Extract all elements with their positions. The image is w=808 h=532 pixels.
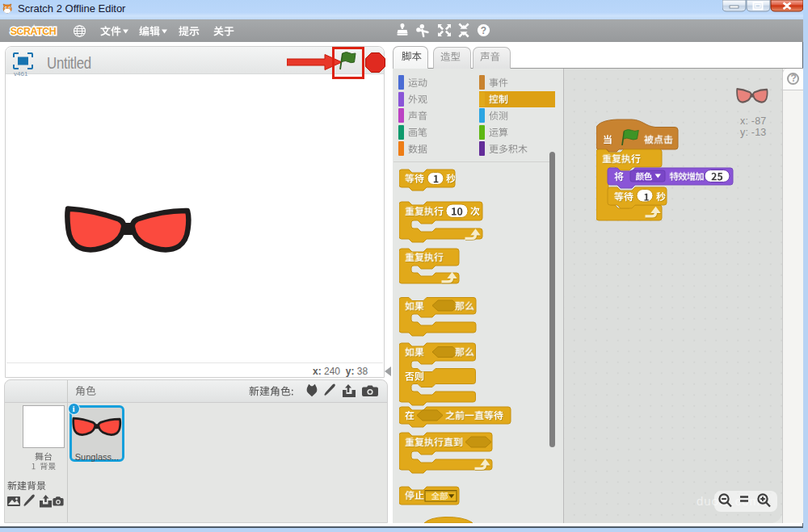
svg-text:SCRATCH: SCRATCH [11, 26, 57, 37]
svg-text:?: ? [481, 25, 486, 36]
